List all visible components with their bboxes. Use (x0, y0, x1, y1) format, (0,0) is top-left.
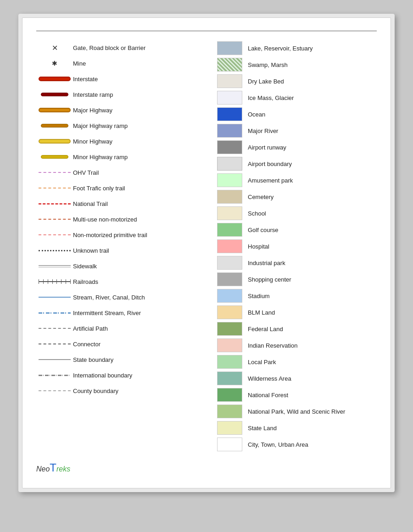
label-swamp: Swamp, Marsh (248, 61, 377, 68)
label-drylake: Dry Lake Bed (248, 78, 377, 85)
right-legend-row-stadium: Stadium (211, 288, 377, 304)
right-legend-row-ocean: Ocean (211, 106, 377, 122)
left-legend-row-major-hwy-ramp: Major Highway ramp (36, 118, 202, 133)
symbol-interstate-ramp (36, 93, 73, 96)
label-major-river: Major River (248, 127, 377, 134)
right-legend-row-local-park: Local Park (211, 354, 377, 370)
symbol-interstate (36, 77, 73, 81)
right-legend-row-city: City, Town, Urban Area (211, 437, 377, 452)
label-interstate-ramp: Interstate ramp (73, 91, 202, 98)
right-legend-row-hospital: Hospital (211, 238, 377, 254)
right-legend-row-wilderness: Wilderness Area (211, 371, 377, 386)
logo-t: T (50, 461, 56, 474)
swatch-container-national-forest (211, 388, 248, 402)
symbol-connector (36, 344, 73, 344)
swatch-ocean (217, 107, 242, 121)
right-legend-row-major-river: Major River (211, 123, 377, 139)
swatch-container-stadium (211, 289, 248, 303)
label-amusement: Amusement park (248, 177, 377, 184)
swatch-container-ice (211, 91, 248, 105)
left-legend-row-sidewalk: Sidewalk (36, 259, 202, 273)
swatch-container-cemetery (211, 190, 248, 204)
symbol-mine: ✱ (36, 59, 73, 67)
label-connector: Connector (73, 341, 202, 348)
right-legend-row-drylake: Dry Lake Bed (211, 73, 377, 89)
page-wrapper: ✕Gate, Road block or Barrier✱MineInterst… (18, 14, 395, 492)
left-legend-row-major-hwy: Major Highway (36, 103, 202, 117)
symbol-intermittent (36, 312, 73, 314)
swatch-container-drylake (211, 74, 248, 88)
symbol-intl-boundary (36, 375, 73, 376)
swatch-airport-runway (217, 140, 242, 154)
right-legend-row-federal: Federal Land (211, 321, 377, 337)
label-state-boundary: State boundary (73, 356, 202, 363)
swatch-container-blm (211, 305, 248, 319)
right-legend-row-national-park: National Park, Wild and Scenic River (211, 404, 377, 419)
swatch-lake (217, 41, 242, 55)
swatch-container-golf (211, 223, 248, 237)
swatch-federal (217, 322, 242, 336)
left-legend-row-stream: Stream, River, Canal, Ditch (36, 290, 202, 305)
swatch-industrial (217, 256, 242, 270)
symbol-foot-trail (36, 188, 73, 188)
label-artificial: Artificial Path (73, 325, 202, 332)
swatch-swamp (217, 58, 242, 72)
swatch-container-major-river (211, 124, 248, 138)
symbol-stream (36, 297, 73, 298)
label-ohv-trail: OHV Trail (73, 169, 202, 176)
left-column: ✕Gate, Road block or Barrier✱MineInterst… (36, 40, 202, 452)
right-legend-row-national-forest: National Forest (211, 387, 377, 403)
left-legend-row-interstate-ramp: Interstate ramp (36, 87, 202, 102)
symbol-ohv-trail (36, 172, 73, 173)
label-local-park: Local Park (248, 359, 377, 366)
label-multi-use: Multi-use non-motorized (73, 216, 202, 223)
left-legend-row-mine: ✱Mine (36, 56, 202, 71)
left-legend-row-interstate: Interstate (36, 72, 202, 86)
left-legend-row-unknown-trail: Unknown trail (36, 243, 202, 258)
label-airport-runway: Airport runway (248, 144, 377, 151)
label-county-boundary: County boundary (73, 388, 202, 394)
swatch-wilderness (217, 371, 242, 385)
symbol-major-hwy (36, 108, 73, 112)
right-legend-row-swamp: Swamp, Marsh (211, 57, 377, 72)
swatch-airport-boundary (217, 157, 242, 171)
left-legend-row-minor-hwy: Minor Highway (36, 134, 202, 149)
right-legend-row-blm: BLM Land (211, 305, 377, 320)
symbol-railroad (36, 279, 73, 284)
label-ocean: Ocean (248, 111, 377, 118)
swatch-container-city (211, 438, 248, 451)
label-minor-hwy-ramp: Minor Highway ramp (73, 154, 202, 161)
right-legend-row-airport-runway: Airport runway (211, 139, 377, 155)
label-mine: Mine (73, 60, 202, 67)
swatch-national-park (217, 405, 242, 418)
label-city: City, Town, Urban Area (248, 441, 377, 448)
label-national-park: National Park, Wild and Scenic River (248, 408, 377, 415)
right-legend-row-amusement: Amusement park (211, 172, 377, 188)
left-legend-row-artificial: Artificial Path (36, 321, 202, 336)
swatch-state-land (217, 421, 242, 435)
swatch-container-federal (211, 322, 248, 336)
label-intermittent: Intermittent Stream, River (73, 310, 202, 316)
logo: NeoTreks (36, 461, 70, 474)
swatch-indian (217, 338, 242, 352)
swatch-school (217, 206, 242, 220)
left-legend-row-foot-trail: Foot Trafic only trail (36, 181, 202, 195)
label-blm: BLM Land (248, 309, 377, 316)
symbol-minor-hwy-ramp (36, 155, 73, 159)
left-legend-row-gate: ✕Gate, Road block or Barrier (36, 40, 202, 55)
label-non-motorized: Non-motorized primitive trail (73, 232, 202, 238)
symbol-multi-use (36, 219, 73, 220)
label-interstate: Interstate (73, 76, 202, 83)
title-divider (36, 31, 377, 31)
right-legend-row-state-land: State Land (211, 420, 377, 436)
symbol-minor-hwy (36, 139, 73, 144)
symbol-gate: ✕ (36, 44, 73, 52)
symbol-artificial (36, 328, 73, 329)
left-legend-row-state-boundary: State boundary (36, 352, 202, 367)
left-legend-row-intermittent: Intermittent Stream, River (36, 305, 202, 320)
label-shopping: Shopping center (248, 276, 377, 283)
label-gate: Gate, Road block or Barrier (73, 44, 202, 51)
swatch-container-airport-runway (211, 140, 248, 154)
symbol-major-hwy-ramp (36, 124, 73, 127)
swatch-container-wilderness (211, 371, 248, 385)
